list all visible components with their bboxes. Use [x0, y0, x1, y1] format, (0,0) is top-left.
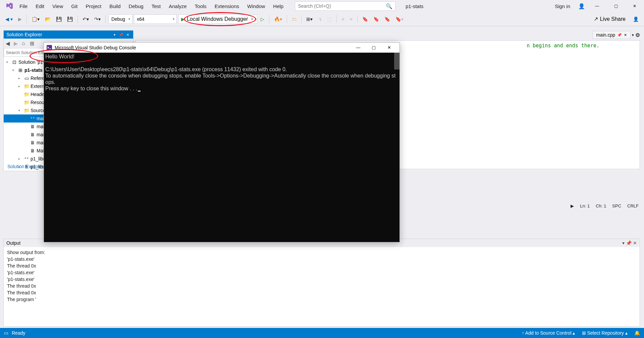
statusbar: ▭ Ready ↑ Add to Source Control ▴ ⊞ Sele… — [0, 328, 644, 338]
start-debug-button[interactable]: ▶ Local Windows Debugger ▾ — [178, 14, 257, 24]
step-button[interactable]: ↴ — [316, 15, 324, 23]
minimize-button[interactable]: — — [590, 1, 604, 11]
open-button[interactable]: 📂 — [43, 15, 53, 23]
menu-git[interactable]: Git — [68, 1, 81, 11]
panel-pin-button[interactable]: 📌 — [626, 240, 632, 246]
menu-analyze[interactable]: Analyze — [165, 1, 190, 11]
menu-test[interactable]: Test — [148, 1, 164, 11]
redo-button[interactable]: ↷▾ — [92, 15, 103, 23]
folder-icon: 📁 — [24, 84, 29, 89]
output-panel: Output ▾ 📌 ✕ Show output from: 'p1-stats… — [3, 239, 640, 327]
console-minimize-button[interactable]: — — [351, 43, 366, 53]
output-body[interactable]: Show output from: 'p1-stats.exe'The thre… — [4, 247, 640, 305]
pin-icon[interactable]: 📌 — [617, 33, 622, 37]
back-icon[interactable]: ◀ — [6, 40, 12, 46]
toggle-button[interactable]: ⊞▾ — [304, 15, 315, 23]
debug-label: Local Windows Debugger — [187, 16, 248, 22]
tab-overflow-button[interactable]: ▾ — [632, 33, 634, 37]
live-share-button[interactable]: ↗ Live Share — [590, 16, 630, 22]
menu-build[interactable]: Build — [106, 1, 124, 11]
nav-arrow-icon[interactable]: ▶ — [571, 203, 574, 208]
console-title-label: Microsoft Visual Studio Debug Console — [55, 45, 136, 50]
console-icon — [47, 45, 52, 50]
separator — [105, 15, 106, 23]
nav-fwd-button[interactable]: ▶ — [16, 15, 24, 23]
bookmark-next-button[interactable]: 🔖 — [382, 15, 392, 23]
user-icon[interactable]: 👤 — [578, 3, 585, 9]
sign-in-link[interactable]: Sign in — [552, 2, 573, 10]
menu-file[interactable]: File — [16, 1, 31, 11]
hot-reload-button[interactable]: 🔥▾ — [272, 15, 284, 23]
output-icon[interactable]: ▭ — [4, 330, 8, 336]
close-button[interactable]: ✕ — [628, 1, 641, 11]
bookmark-clear-button[interactable]: 🔖▾ — [393, 15, 406, 23]
char-indicator[interactable]: Ch: 1 — [596, 203, 606, 208]
switch-view-icon[interactable]: ⊞ — [30, 40, 36, 46]
console-close-button[interactable]: ✕ — [381, 43, 397, 53]
panel-dropdown-button[interactable]: ▾ — [112, 32, 117, 37]
save-all-button[interactable]: 💾 — [65, 15, 75, 23]
panel-close-button[interactable]: ✕ — [633, 240, 637, 246]
quick-search-input[interactable] — [298, 3, 386, 9]
editor-tab-main[interactable]: main.cpp 📌 ✕ — [592, 31, 631, 39]
indent-button[interactable]: ≡ — [339, 15, 346, 23]
console-maximize-button[interactable]: ▢ — [366, 43, 381, 53]
undo-button[interactable]: ↶▾ — [80, 15, 91, 23]
gear-icon[interactable]: ⚙ — [635, 32, 640, 38]
lineending-indicator[interactable]: CRLF — [627, 203, 639, 208]
fwd-icon[interactable]: ▶ — [14, 40, 20, 46]
expand-arrow[interactable]: ▾ — [6, 60, 10, 64]
new-item-button[interactable]: 📋▾ — [30, 15, 42, 23]
expand-arrow[interactable]: ▾ — [12, 68, 16, 72]
solution-explorer-tab[interactable]: Solution Explorer — [4, 162, 47, 171]
platform-dropdown[interactable]: x64 — [134, 14, 177, 24]
menu-help[interactable]: Help — [270, 1, 287, 11]
bookmark-button[interactable]: 🔖 — [360, 15, 370, 23]
console-scrollbar[interactable] — [394, 53, 399, 69]
maximize-button[interactable]: ▢ — [609, 1, 623, 11]
home-icon[interactable]: ⌂ — [22, 40, 28, 46]
feedback-button[interactable]: 👤 — [631, 15, 641, 23]
menu-window[interactable]: Window — [244, 1, 268, 11]
tab-label: main.cpp — [596, 32, 615, 38]
line-indicator[interactable]: Ln: 1 — [580, 203, 590, 208]
expand-arrow[interactable]: ▸ — [18, 157, 22, 160]
source-control-button[interactable]: ↑ Add to Source Control ▴ — [522, 330, 575, 336]
expand-arrow[interactable]: ▸ — [24, 117, 29, 120]
titlebar: FileEditViewGitProjectBuildDebugTestAnal… — [0, 0, 644, 12]
panel-dropdown-button[interactable]: ▾ — [622, 240, 625, 246]
start-no-debug-button[interactable]: ▷ — [259, 15, 266, 23]
separator — [26, 15, 27, 23]
menu-debug[interactable]: Debug — [125, 1, 147, 11]
quick-search[interactable]: 🔍 — [295, 1, 395, 11]
step-button[interactable]: ⬚ — [325, 15, 334, 23]
config-dropdown[interactable]: Debug — [108, 14, 132, 24]
console-text: Hello World! C:\Users\User\Desktop\eecs2… — [45, 53, 398, 92]
space-indicator[interactable]: SPC — [612, 203, 621, 208]
expand-arrow[interactable]: ▸ — [18, 85, 22, 88]
menu-project[interactable]: Project — [82, 1, 105, 11]
save-button[interactable]: 💾 — [54, 15, 64, 23]
notifications-icon[interactable]: 🔔 — [634, 330, 640, 336]
bookmark-prev-button[interactable]: 🔖 — [371, 15, 381, 23]
cpp-icon: ⁺⁺ — [30, 116, 35, 121]
separator — [287, 15, 287, 23]
browse-button[interactable]: 🗀 — [290, 15, 299, 23]
menu-edit[interactable]: Edit — [32, 1, 48, 11]
menu-extensions[interactable]: Extensions — [211, 1, 243, 11]
tab-close-icon[interactable]: ✕ — [624, 33, 627, 37]
menu-tools[interactable]: Tools — [192, 1, 210, 11]
output-line: 'p1-stats.exe' — [7, 276, 636, 283]
panel-close-button[interactable]: ✕ — [125, 32, 130, 37]
console-titlebar[interactable]: Microsoft Visual Studio Debug Console — … — [44, 43, 399, 53]
console-output[interactable]: Hello World! C:\Users\User\Desktop\eecs2… — [44, 53, 399, 242]
panel-pin-button[interactable]: 📌 — [118, 32, 124, 37]
outdent-button[interactable]: ≡ — [347, 15, 354, 23]
solution-explorer-title[interactable]: Solution Explorer ▾ 📌 ✕ — [4, 31, 133, 39]
nav-back-button[interactable]: ◀ ▾ — [3, 15, 15, 23]
menu-view[interactable]: View — [49, 1, 66, 11]
folder-icon: 📁 — [24, 108, 29, 113]
select-repo-button[interactable]: ⊞ Select Repository ▴ — [582, 330, 628, 336]
expand-arrow[interactable]: ▾ — [18, 109, 22, 112]
expand-arrow[interactable]: ▸ — [18, 77, 22, 80]
